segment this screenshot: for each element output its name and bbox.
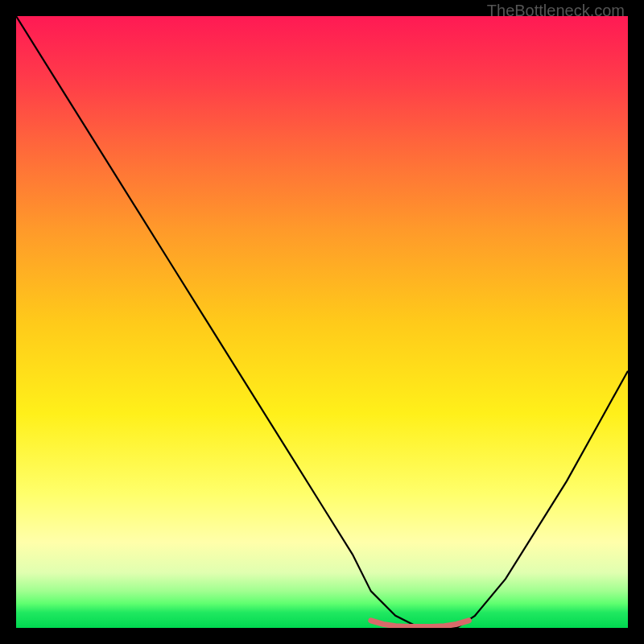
minimum-band-line	[371, 621, 469, 627]
chart-plot-area	[16, 16, 628, 628]
watermark-text: TheBottleneck.com	[487, 2, 625, 20]
chart-svg	[16, 16, 628, 628]
bottleneck-curve-line	[16, 16, 628, 628]
